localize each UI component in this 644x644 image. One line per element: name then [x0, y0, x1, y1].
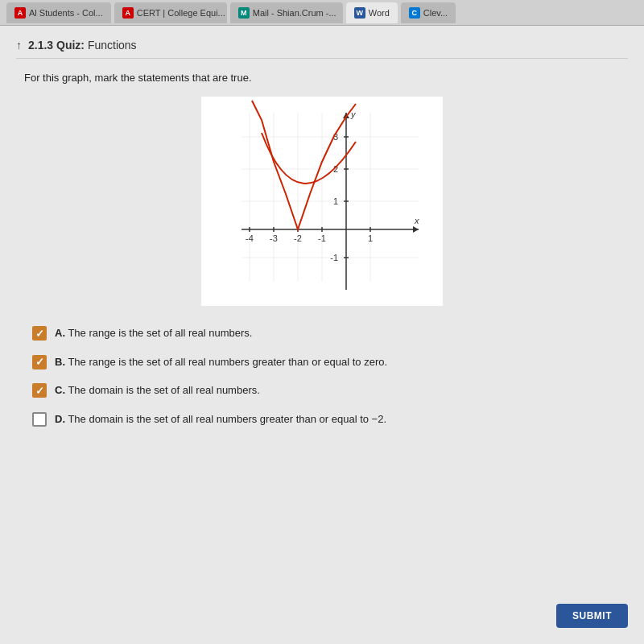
submit-button[interactable]: SUBMIT	[556, 604, 628, 628]
quiz-title-subject: Functions	[88, 39, 137, 52]
tab-label-students: Al Students - Col...	[29, 8, 103, 18]
option-letter-b: B.	[55, 356, 65, 368]
option-text-b-content: The range is the set of all real numbers…	[68, 356, 387, 368]
svg-text:-3: -3	[270, 233, 278, 243]
option-row-d: D. The domain is the set of all real num…	[32, 411, 628, 427]
tab-clev[interactable]: C Clev...	[401, 2, 456, 23]
option-label-b: B. The range is the set of all real numb…	[55, 354, 387, 370]
option-text-c-content: The domain is the set of all real number…	[68, 384, 259, 396]
tab-label-mail: Mail - Shian.Crum -...	[253, 8, 336, 18]
checkbox-b[interactable]	[32, 355, 47, 369]
svg-text:x: x	[414, 216, 419, 225]
option-row-a: A. The range is the set of all real numb…	[32, 325, 628, 341]
option-text-a-content: The range is the set of all real numbers…	[68, 327, 252, 339]
svg-text:1: 1	[333, 196, 338, 206]
tab-icon-mail: M	[238, 7, 250, 19]
option-letter-d: D.	[55, 413, 65, 425]
svg-text:-1: -1	[318, 233, 326, 243]
graph-svg: -4 -3 -2 -1 1 3 2 1 -1 x y	[201, 97, 443, 306]
option-row-b: B. The range is the set of all real numb…	[32, 354, 628, 370]
svg-text:1: 1	[368, 233, 373, 243]
quiz-breadcrumb-icon: ↑	[16, 39, 22, 52]
tab-icon-cert: A	[122, 7, 134, 19]
tab-bar: A Al Students - Col... A CERT | College …	[0, 0, 644, 26]
tab-mail[interactable]: M Mail - Shian.Crum -...	[230, 2, 343, 23]
quiz-title-prefix: 2.1.3 Quiz:	[28, 39, 85, 52]
option-text-d-content: The domain is the set of all real number…	[68, 413, 386, 425]
option-label-a: A. The range is the set of all real numb…	[55, 325, 252, 341]
option-letter-c: C.	[55, 384, 65, 396]
graph-container: -4 -3 -2 -1 1 3 2 1 -1 x y	[16, 97, 628, 306]
svg-text:-4: -4	[246, 233, 254, 243]
checkbox-d[interactable]	[32, 412, 47, 427]
tab-label-clev: Clev...	[423, 8, 448, 18]
main-content: ↑ 2.1.3 Quiz: Functions For this graph, …	[0, 26, 644, 644]
tab-cert[interactable]: A CERT | College Equi...	[114, 2, 227, 23]
option-row-c: C. The domain is the set of all real num…	[32, 382, 628, 398]
option-letter-a: A.	[55, 327, 65, 339]
option-label-d: D. The domain is the set of all real num…	[55, 411, 386, 427]
tab-icon-word: W	[354, 7, 365, 19]
options-container: A. The range is the set of all real numb…	[32, 325, 628, 427]
checkbox-c[interactable]	[32, 383, 47, 398]
quiz-header: ↑ 2.1.3 Quiz: Functions	[16, 39, 628, 59]
tab-word[interactable]: W Word	[346, 2, 398, 23]
checkbox-a[interactable]	[32, 326, 47, 341]
quiz-title: 2.1.3 Quiz: Functions	[28, 39, 137, 52]
option-label-c: C. The domain is the set of all real num…	[55, 382, 260, 398]
tab-label-word: Word	[369, 8, 390, 18]
tab-icon-students: A	[14, 7, 26, 19]
tab-label-cert: CERT | College Equi...	[137, 8, 225, 18]
svg-text:-1: -1	[330, 253, 338, 262]
tab-icon-clev: C	[409, 7, 420, 19]
tab-students[interactable]: A Al Students - Col...	[6, 2, 111, 23]
svg-text:-2: -2	[294, 233, 302, 243]
question-text: For this graph, mark the statements that…	[24, 72, 628, 84]
